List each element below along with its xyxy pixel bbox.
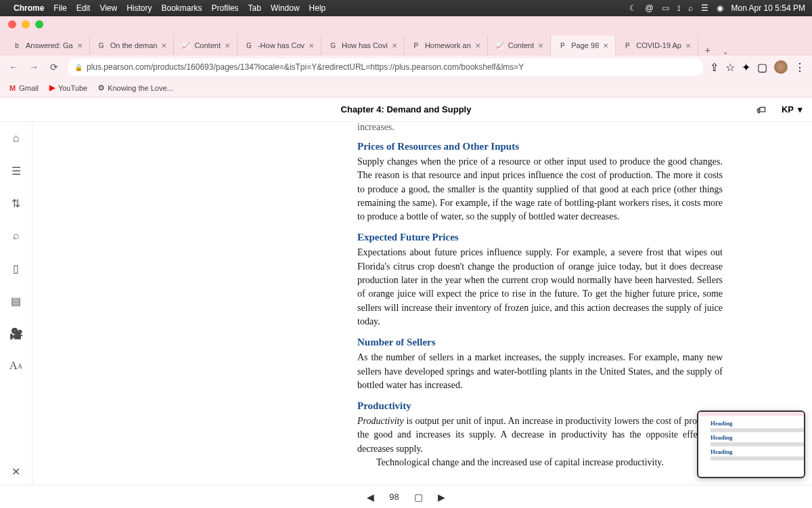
prev-page-button[interactable]: ◀ (367, 492, 374, 503)
tab-label: -How has Cov (258, 41, 304, 49)
home-icon[interactable]: ⌂ (7, 129, 26, 148)
tab-close-icon[interactable]: ✕ (309, 42, 314, 49)
tag-icon[interactable]: 🏷 (757, 104, 766, 115)
extensions-icon[interactable]: ✦ (742, 61, 750, 74)
bookmarks-bar: MGmail▶YouTube⊙Knowing the Love... (0, 79, 812, 98)
moon-icon[interactable]: ☾ (629, 3, 637, 13)
text-size-icon[interactable]: AA (7, 356, 26, 375)
section-heading: Productivity (357, 400, 723, 412)
profile-avatar[interactable] (774, 60, 788, 74)
side-panel-icon[interactable]: ▢ (757, 61, 767, 74)
keyword-productivity: Productivity (357, 416, 404, 426)
search-tool-icon[interactable]: ⌕ (7, 226, 26, 245)
nav-forward-button[interactable]: → (27, 62, 41, 72)
url-text: plus.pearson.com/products/160693/pages/1… (87, 62, 524, 72)
tab-favicon: G (244, 41, 254, 50)
tab-label: Content (508, 41, 535, 49)
menu-file[interactable]: File (53, 3, 66, 13)
control-center-icon[interactable]: ☰ (701, 3, 708, 13)
bookmark-ribbon-icon[interactable]: ▢ (414, 492, 423, 503)
bookmark-item[interactable]: ⊙Knowing the Love... (98, 83, 173, 92)
window-close-button[interactable] (8, 20, 16, 28)
wifi-icon[interactable]: ⟟ (677, 3, 680, 13)
reader-chapter-header: Chapter 4: Demand and Supply 🏷 KP ▾ (0, 98, 812, 122)
kebab-menu-icon[interactable]: ⋮ (794, 61, 805, 74)
chapter-title: Chapter 4: Demand and Supply (341, 104, 472, 114)
new-tab-button[interactable]: + (698, 45, 717, 56)
siri-icon[interactable]: ◉ (717, 3, 723, 13)
tab-close-icon[interactable]: ✕ (603, 42, 608, 49)
menu-window[interactable]: Window (271, 3, 300, 13)
page-thumbnail-preview[interactable]: Heading Heading Heading (697, 410, 805, 478)
toc-icon[interactable]: ☰ (7, 161, 26, 180)
tab-favicon: P (411, 41, 421, 50)
tab-label: Page 98 (571, 41, 599, 49)
menu-history[interactable]: History (127, 3, 152, 13)
nav-reload-button[interactable]: ⟳ (47, 62, 61, 72)
bookmark-label: YouTube (58, 84, 87, 92)
tab-close-icon[interactable]: ✕ (685, 42, 691, 49)
menu-bookmarks[interactable]: Bookmarks (162, 3, 202, 13)
menu-view[interactable]: View (99, 3, 117, 13)
browser-tab[interactable]: PHomework an✕ (405, 35, 488, 56)
reader-main: ⌂ ☰ ⇅ ⌕ ▯ ▤ 🎥 AA ✕ increases. Prices of … (0, 122, 812, 485)
browser-toolbar: ← → ⟳ 🔒 plus.pearson.com/products/160693… (0, 56, 812, 79)
tab-close-icon[interactable]: ✕ (475, 42, 480, 49)
reader-content: increases. Prices of Resources and Other… (32, 122, 812, 485)
user-badge[interactable]: KP ▾ (782, 104, 803, 114)
section-body: Productivity is output per unit of input… (357, 415, 723, 456)
reader-page-nav: ◀ 98 ▢ ▶ (0, 485, 812, 508)
chevron-down-icon: ▾ (798, 104, 803, 114)
menu-profiles[interactable]: Profiles (212, 3, 239, 13)
window-minimize-button[interactable] (22, 20, 30, 28)
browser-tab[interactable]: G-How has Cov✕ (238, 35, 321, 56)
bookmark-item[interactable]: ▶YouTube (49, 83, 87, 92)
browser-tab[interactable]: GHow has Covi✕ (321, 35, 405, 56)
battery-icon[interactable]: ▭ (662, 3, 669, 13)
tab-close-icon[interactable]: ✕ (161, 42, 166, 49)
tab-favicon: b (12, 41, 22, 50)
video-icon[interactable]: 🎥 (7, 324, 26, 343)
truncated-prev-line: increases. (357, 122, 723, 133)
search-icon[interactable]: ⌕ (688, 3, 693, 13)
lock-icon: 🔒 (74, 64, 83, 71)
browser-tab[interactable]: PPage 98✕ (551, 35, 616, 56)
at-icon[interactable]: @ (645, 3, 653, 13)
notebook-icon[interactable]: ▤ (7, 291, 26, 310)
menu-tab[interactable]: Tab (248, 3, 261, 13)
browser-tab[interactable]: PCOVID-19 Ap✕ (616, 35, 698, 56)
menu-app[interactable]: Chrome (14, 3, 44, 13)
user-initials: KP (782, 104, 794, 114)
address-bar[interactable]: 🔒 plus.pearson.com/products/160693/pages… (68, 58, 703, 76)
section-body: As the number of sellers in a market inc… (357, 351, 723, 392)
tab-label: Content (194, 41, 221, 49)
browser-tab[interactable]: 📈Content✕ (488, 35, 551, 56)
bookmark-star-icon[interactable]: ☆ (725, 61, 735, 74)
browser-tab[interactable]: 📈Content✕ (174, 35, 238, 56)
tab-close-icon[interactable]: ✕ (225, 42, 230, 49)
tab-overflow-button[interactable]: ⌄ (717, 48, 734, 56)
browser-tab[interactable]: GOn the deman✕ (90, 35, 175, 56)
window-controls-row (0, 16, 812, 33)
menu-help[interactable]: Help (309, 3, 326, 13)
bookmark-label: Knowing the Love... (108, 84, 173, 92)
section-body: Supply changes when the price of a resou… (357, 155, 723, 224)
window-zoom-button[interactable] (35, 20, 43, 28)
close-sidenav-icon[interactable]: ✕ (12, 465, 20, 478)
tab-close-icon[interactable]: ✕ (77, 42, 83, 49)
tab-label: On the deman (110, 41, 158, 49)
updown-icon[interactable]: ⇅ (7, 194, 26, 213)
tab-close-icon[interactable]: ✕ (538, 42, 543, 49)
share-icon[interactable]: ⇪ (710, 61, 719, 74)
menu-clock[interactable]: Mon Apr 10 5:54 PM (731, 3, 805, 13)
tab-close-icon[interactable]: ✕ (392, 42, 397, 49)
section-body-rest: is output per unit of input. An increase… (357, 416, 723, 454)
tab-favicon: G (328, 41, 338, 50)
flashcards-icon[interactable]: ▯ (7, 259, 26, 278)
menu-edit[interactable]: Edit (76, 3, 91, 13)
next-page-button[interactable]: ▶ (438, 492, 445, 503)
nav-back-button[interactable]: ← (7, 62, 20, 72)
tab-favicon: 📈 (181, 41, 190, 50)
browser-tab[interactable]: bAnswered: Ga✕ (5, 35, 90, 56)
bookmark-item[interactable]: MGmail (9, 84, 39, 92)
